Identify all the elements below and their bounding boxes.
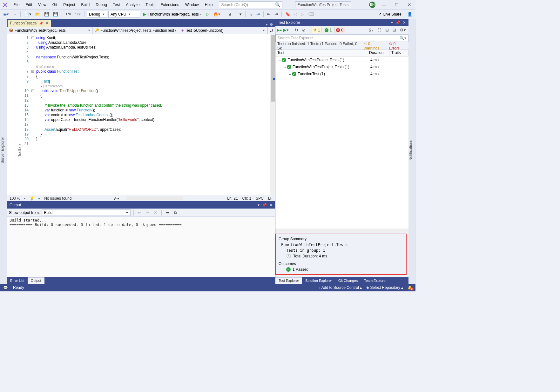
menu-edit[interactable]: Edit (23, 1, 35, 8)
test-tree-row[interactable]: ▾✓FunctionWithTestProject.Tests (1)4 ms (275, 63, 408, 70)
hierarchy-icon[interactable]: ☷ (376, 27, 383, 33)
playlists-icon[interactable]: ⎘▾ (368, 27, 375, 33)
run-icon[interactable]: ▶▾ (283, 28, 289, 32)
rail-tab[interactable]: Toolbox (17, 143, 22, 156)
menu-help[interactable]: Help (202, 1, 215, 8)
menu-view[interactable]: View (36, 1, 49, 8)
filter-icon[interactable]: ⧉ (172, 209, 178, 216)
nav-method-dropdown[interactable]: ◈ TestToUpperFunction()▼ (179, 27, 267, 34)
clear-icon[interactable]: ⨯ (152, 209, 159, 216)
te-horizontal-scrollbar[interactable] (276, 229, 408, 232)
test-tree-row[interactable]: ▸✓FunctionTest (1)4 ms (275, 70, 408, 77)
pin-icon[interactable]: 📌 (39, 22, 43, 25)
stop-icon[interactable]: ⊘ (301, 27, 307, 33)
total-tests-pill[interactable]: ⚗1 (312, 27, 322, 33)
solution-name[interactable]: FunctionWithTestProject.Tests (295, 1, 351, 8)
scrollbar-thumb[interactable] (271, 35, 275, 102)
collapse-icon[interactable]: ⊟ (391, 27, 397, 33)
next-bookmark-icon[interactable]: ▷ (300, 11, 306, 17)
test-search-input[interactable]: Search Test Explorer 🔍▾ (275, 34, 408, 42)
prev-bookmark-icon[interactable]: ◁ (293, 11, 299, 17)
add-source-control-button[interactable]: ↑ Add to Source Control ▴ (319, 285, 362, 290)
close-tab-icon[interactable]: ✕ (45, 21, 49, 25)
layout-icon[interactable]: ▭▾ (234, 11, 243, 17)
redo-icon[interactable]: ↷▾ (74, 11, 82, 17)
global-search-input[interactable]: Search (Ctrl+Q) 🔍 (219, 1, 282, 8)
account-icon[interactable]: 👤 (406, 11, 414, 17)
menu-git[interactable]: Git (50, 1, 60, 8)
start-without-debug-icon[interactable]: ▷ (205, 11, 211, 17)
menu-extensions[interactable]: Extensions (158, 1, 182, 8)
goto-next-icon[interactable]: ⇥ (145, 209, 151, 216)
explorer-tab[interactable]: Team Explorer (361, 277, 390, 284)
test-tree[interactable]: ▾✓FunctionWithTestProject.Tests (1)4 ms▾… (275, 56, 408, 229)
browser-link-icon[interactable]: 🖥 (226, 11, 233, 17)
expand-icon[interactable]: ⊞ (384, 27, 390, 33)
menu-project[interactable]: Project (61, 1, 78, 8)
goto-prev-icon[interactable]: ⇤ (137, 209, 143, 216)
vertical-scrollbar[interactable] (270, 34, 275, 195)
indent-icon[interactable]: ⇥ (273, 11, 279, 17)
hot-reload-icon[interactable]: 🔥▾ (212, 11, 222, 17)
select-repo-button[interactable]: ◈ Select Repository ▴ (366, 285, 403, 290)
feedback-icon[interactable]: 💬 (3, 285, 8, 290)
tab-settings-icon[interactable]: ⚙ (270, 22, 273, 27)
panel-dropdown-icon[interactable]: ▾ (258, 203, 260, 207)
horizontal-scrollbar[interactable] (126, 196, 183, 200)
explorer-tab[interactable]: Git Changes (335, 277, 361, 284)
output-tab[interactable]: Error List (7, 277, 28, 284)
menu-analyze[interactable]: Analyze (124, 1, 142, 8)
panel-pin-icon[interactable]: 📌 (262, 203, 267, 207)
brush-icon[interactable]: 🖌▾ (113, 196, 119, 201)
config-dropdown[interactable]: Debug▼ (87, 11, 107, 18)
repeat-icon[interactable]: ↻ (293, 27, 300, 33)
live-share-button[interactable]: ↗ Live Share (375, 12, 405, 17)
output-text[interactable]: Build started... ========== Build: 0 suc… (7, 217, 275, 277)
fold-column[interactable]: ⊟⊟⊟ (30, 34, 35, 195)
nav-class-dropdown[interactable]: 🔑 FunctionWithTestProject.Tests.Function… (93, 27, 179, 34)
forward-icon[interactable]: → (11, 11, 18, 17)
panel-dropdown-icon[interactable]: ▾ (391, 20, 393, 25)
outdent-icon[interactable]: ⇤ (266, 11, 272, 17)
open-icon[interactable]: 📂 (34, 11, 42, 17)
user-avatar[interactable]: BH (369, 2, 375, 8)
menu-test[interactable]: Test (111, 1, 123, 8)
rail-tab[interactable]: Server Explorer (0, 137, 5, 163)
settings-icon[interactable]: ⚙▾ (399, 27, 407, 33)
explorer-tab[interactable]: Test Explorer (275, 277, 302, 284)
panel-pin-icon[interactable]: 📌 (395, 20, 400, 25)
rail-tab[interactable]: Notifications (408, 140, 413, 160)
menu-file[interactable]: File (11, 1, 22, 8)
swap-panes-icon[interactable]: ⇄ (267, 27, 275, 34)
close-button[interactable]: ✕ (405, 2, 414, 7)
nav-namespace-dropdown[interactable]: 📦 FunctionWithTestProject.Tests▼ (7, 27, 93, 34)
minimize-button[interactable]: — (380, 2, 388, 7)
notifications-icon[interactable]: 🔔2 (408, 285, 412, 290)
document-tab[interactable]: FunctionTest.cs 📌 ✕ (8, 20, 51, 27)
save-icon[interactable]: 💾 (43, 11, 51, 17)
code-editor[interactable]: 123456789101112131415161718192021 ⊟⊟⊟ us… (7, 34, 275, 195)
output-tab[interactable]: Output (28, 277, 44, 284)
menu-tools[interactable]: Tools (143, 1, 157, 8)
clear-bookmarks-icon[interactable]: ⌫ (307, 11, 315, 17)
step-over-icon[interactable]: ⇥ (255, 11, 261, 17)
passed-tests-pill[interactable]: ✓1 (323, 27, 334, 33)
tab-overflow-icon[interactable]: ▾ (266, 22, 268, 27)
new-item-icon[interactable]: 📄▾ (23, 11, 33, 17)
panel-close-icon[interactable]: ✕ (403, 20, 406, 25)
maximize-button[interactable] (393, 2, 401, 7)
menu-debug[interactable]: Debug (93, 1, 109, 8)
word-wrap-icon[interactable]: ≣ (165, 209, 171, 216)
lightbulb-icon[interactable]: 💡 (30, 196, 34, 201)
failed-tests-pill[interactable]: ✕0 (334, 27, 345, 33)
step-into-icon[interactable]: ↘ (248, 11, 254, 17)
explorer-tab[interactable]: Solution Explorer (302, 277, 335, 284)
run-all-icon[interactable]: ▶▸ (277, 28, 282, 32)
panel-close-icon[interactable]: ✕ (269, 203, 273, 207)
code-area[interactable]: using Xunit; using Amazon.Lambda.Core;us… (35, 34, 270, 195)
undo-icon[interactable]: ↶▾ (64, 11, 72, 17)
platform-dropdown[interactable]: Any CPU▼ (108, 11, 140, 18)
test-tree-row[interactable]: ▾✓FunctionWithTestProject.Tests (1)4 ms (275, 56, 408, 63)
bookmark-icon[interactable]: 🔖 (284, 11, 292, 17)
menu-window[interactable]: Window (183, 1, 201, 8)
